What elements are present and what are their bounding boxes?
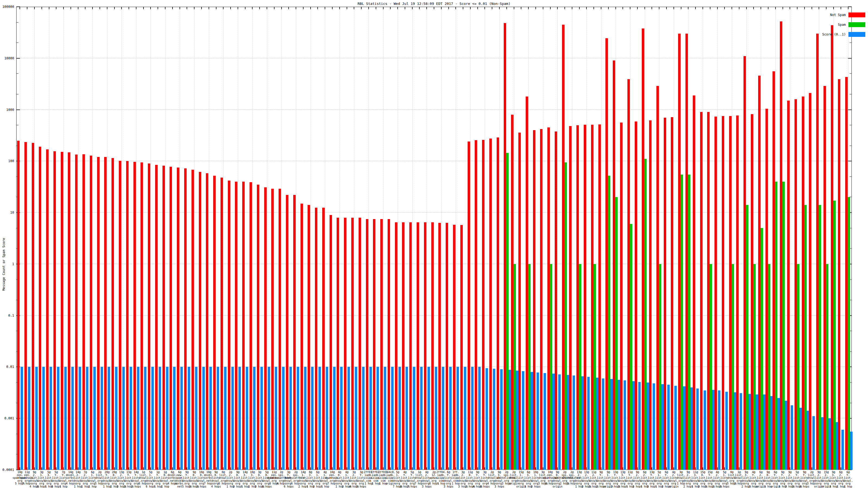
bar-not-spam [308, 205, 310, 470]
bar-score [28, 367, 30, 470]
bar-not-spam [293, 195, 296, 470]
x-tick-top [818, 7, 819, 9]
legend-label-spam: Spam [838, 23, 846, 27]
bar-not-spam [264, 187, 267, 470]
y-minor-tick [16, 42, 19, 43]
bar-score [79, 367, 81, 470]
bar-spam [848, 197, 850, 470]
y-major-tick [848, 58, 852, 59]
x-tick-bottom [85, 467, 86, 470]
x-tick-bottom [572, 467, 572, 470]
bar-score [734, 392, 737, 470]
bar-not-spam [162, 166, 165, 470]
bar-score [647, 383, 649, 470]
bar-not-spam [562, 25, 564, 470]
x-tick-top [572, 7, 572, 9]
bar-spam [593, 264, 596, 470]
x-tick-bottom [601, 467, 601, 470]
bar-score [224, 367, 226, 470]
x-tick-bottom [187, 467, 187, 470]
x-tick-top [419, 7, 420, 9]
x-tick-bottom [441, 467, 442, 470]
bar-score [493, 369, 495, 470]
x-tick-top [34, 7, 35, 9]
bar-not-spam [620, 123, 622, 470]
bar-score [690, 387, 693, 470]
x-tick-top [543, 7, 543, 9]
x-tick-bottom [41, 467, 42, 470]
x-tick-bottom [354, 467, 354, 470]
bar-spam [797, 264, 799, 470]
x-tick-top [288, 7, 289, 9]
x-tick-bottom [492, 467, 492, 470]
bar-score [347, 367, 350, 470]
x-tick-top [659, 7, 659, 9]
bar-not-spam [526, 97, 528, 470]
v-gridline [470, 7, 471, 470]
y-minor-tick [849, 94, 852, 94]
bar-not-spam [126, 161, 129, 470]
bar-score [674, 386, 677, 470]
bar-score [587, 377, 590, 470]
bar-not-spam [184, 168, 187, 470]
bar-score [696, 389, 699, 470]
x-tick-top [688, 7, 688, 9]
x-tick-bottom [448, 467, 449, 470]
bar-score [130, 367, 132, 470]
bar-not-spam [322, 208, 325, 470]
v-gridline [209, 7, 209, 470]
v-gridline [398, 7, 398, 470]
bar-not-spam [722, 116, 724, 470]
x-tick-top [325, 7, 325, 9]
bar-not-spam [39, 147, 41, 470]
bar-not-spam [736, 116, 739, 470]
bar-not-spam [199, 172, 201, 470]
x-tick-top [637, 7, 638, 9]
x-tick-top [739, 7, 739, 9]
bar-score [558, 375, 561, 470]
bar-score [536, 372, 539, 470]
bar-score [522, 371, 524, 470]
bar-not-spam [460, 225, 463, 470]
bar-score [108, 367, 110, 470]
x-tick-top [107, 7, 107, 9]
bar-not-spam [220, 177, 223, 470]
x-tick-bottom [426, 467, 427, 470]
bar-not-spam [337, 218, 339, 470]
x-tick-top [456, 7, 456, 9]
x-tick-top [848, 7, 848, 9]
x-tick-bottom [477, 467, 478, 470]
x-tick-top [361, 7, 362, 9]
bar-not-spam [416, 222, 419, 470]
bar-not-spam [54, 151, 56, 470]
bar-not-spam [97, 157, 99, 470]
bar-score [836, 422, 838, 470]
x-tick-top [259, 7, 260, 9]
bar-spam [753, 264, 756, 470]
x-tick-top [535, 7, 536, 9]
bar-not-spam [598, 124, 601, 470]
x-tick-bottom [165, 467, 165, 470]
bar-score [785, 401, 787, 470]
bar-not-spam [577, 125, 579, 470]
bar-score [173, 367, 176, 470]
x-tick-top [710, 7, 710, 9]
x-tick-top [645, 7, 645, 9]
x-tick-top [674, 7, 674, 9]
x-tick-bottom [274, 467, 275, 470]
x-tick-top [332, 7, 333, 9]
bar-score [791, 405, 793, 470]
x-tick-top [267, 7, 267, 9]
x-tick-bottom [470, 467, 471, 470]
x-tick-top [187, 7, 187, 9]
v-gridline [456, 7, 456, 470]
y-minor-tick [849, 176, 852, 177]
x-tick-top [463, 7, 463, 9]
bar-score [304, 367, 307, 470]
bar-not-spam [133, 162, 136, 470]
x-tick-bottom [652, 467, 652, 470]
bar-not-spam [32, 143, 34, 470]
x-tick-top [99, 7, 100, 9]
bar-score [544, 373, 546, 470]
x-tick-bottom [521, 467, 521, 470]
